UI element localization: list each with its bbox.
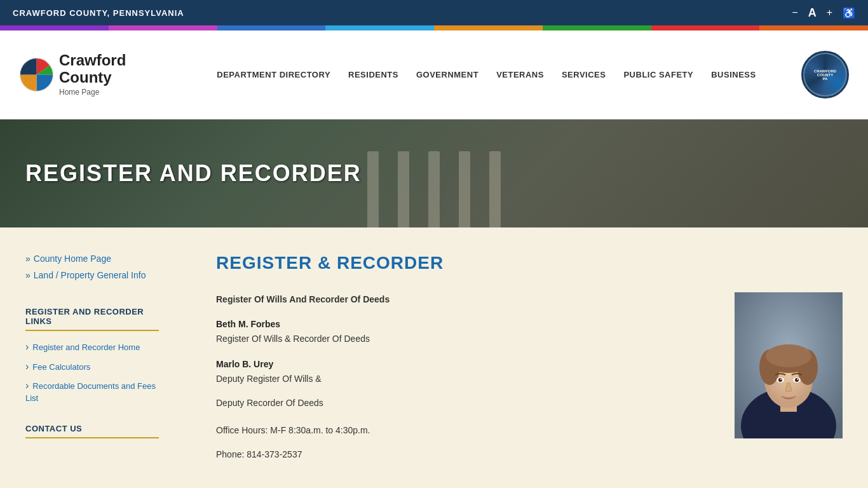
- section-title: REGISTER & RECORDER: [216, 253, 843, 273]
- breadcrumb-land-property[interactable]: Land / Property General Info: [25, 269, 159, 282]
- county-title: CRAWFORD COUNTY, PENNSYLVANIA: [13, 8, 184, 18]
- logo-text: Crawford County Home Page: [59, 52, 126, 97]
- nav-item-government[interactable]: GOVERNMENT: [416, 70, 478, 79]
- person1-title: Register Of Wills & Recorder Of Deeds: [216, 332, 715, 346]
- office-info: Office Hours: M-F 8:30a.m. to 4:30p.m. P…: [216, 423, 715, 462]
- sidebar-links-section: REGISTER AND RECORDER LINKS Register and…: [25, 307, 159, 404]
- logo-subtext: Home Page: [59, 88, 99, 97]
- font-increase-button[interactable]: +: [827, 7, 832, 18]
- contact-us-section: CONTACT US: [25, 424, 159, 438]
- office-hours: Office Hours: M-F 8:30a.m. to 4:30p.m.: [216, 423, 715, 437]
- content-wrapper: County Home Page Land / Property General…: [0, 227, 868, 488]
- font-decrease-button[interactable]: −: [792, 7, 797, 18]
- sidebar-link-recordable[interactable]: Recordable Documents and Fees List: [25, 379, 159, 405]
- nav-item-services[interactable]: SERVICES: [562, 70, 606, 79]
- svg-point-13: [780, 379, 782, 380]
- seal-inner: CRAWFORDCOUNTYPA: [804, 54, 846, 95]
- content-body: Register Of Wills And Recorder Of Deeds …: [216, 292, 843, 471]
- portrait-svg: [735, 292, 843, 438]
- svg-point-16: [797, 379, 798, 380]
- accessibility-icon[interactable]: ♿: [843, 7, 855, 19]
- nav-item-business[interactable]: BUSINESS: [711, 70, 756, 79]
- county-seal: CRAWFORDCOUNTYPA: [801, 51, 849, 98]
- intro-block: Register Of Wills And Recorder Of Deeds: [216, 292, 715, 306]
- main-nav: DEPARTMENT DIRECTORY RESIDENTS GOVERNMEN…: [172, 70, 801, 79]
- intro-text: Register Of Wills And Recorder Of Deeds: [216, 294, 390, 304]
- font-size-icon: A: [808, 6, 817, 20]
- svg-point-15: [795, 378, 799, 382]
- nav-item-public-safety[interactable]: PUBLIC SAFETY: [623, 70, 693, 79]
- sidebar-breadcrumb: County Home Page Land / Property General…: [25, 253, 159, 281]
- person-photo: [735, 292, 843, 438]
- sidebar-links-title: REGISTER AND RECORDER LINKS: [25, 307, 159, 331]
- person2-title1: Deputy Register Of Wills &: [216, 372, 715, 386]
- person2-block: Marlo B. Urey Deputy Register Of Wills &…: [216, 359, 715, 410]
- logo-icon: [19, 57, 54, 92]
- accessibility-controls: − A + ♿: [792, 6, 855, 20]
- nav-item-department[interactable]: DEPARTMENT DIRECTORY: [217, 70, 330, 79]
- top-bar: CRAWFORD COUNTY, PENNSYLVANIA − A + ♿: [0, 0, 868, 25]
- hero-banner: REGISTER AND RECORDER: [0, 119, 868, 227]
- site-header: Crawford County Home Page DEPARTMENT DIR…: [0, 30, 868, 119]
- content-text: Register Of Wills And Recorder Of Deeds …: [216, 292, 715, 471]
- phone: Phone: 814-373-2537: [216, 447, 715, 461]
- color-stripe: [0, 25, 868, 30]
- logo-area[interactable]: Crawford County Home Page: [19, 52, 146, 97]
- nav-item-residents[interactable]: RESIDENTS: [348, 70, 398, 79]
- person2-title2: Deputy Recorder Of Deeds: [216, 396, 715, 410]
- main-content: REGISTER & RECORDER Register Of Wills An…: [178, 227, 868, 488]
- svg-point-10: [766, 344, 811, 367]
- sidebar-link-fee[interactable]: Fee Calculators: [25, 360, 159, 374]
- nav-item-veterans[interactable]: VETERANS: [496, 70, 544, 79]
- person1-name: Beth M. Forbes: [216, 319, 715, 329]
- svg-point-12: [778, 378, 782, 382]
- hero-title: REGISTER AND RECORDER: [25, 160, 362, 187]
- breadcrumb-county-home[interactable]: County Home Page: [25, 253, 159, 266]
- contact-us-title: CONTACT US: [25, 424, 159, 438]
- person1-block: Beth M. Forbes Register Of Wills & Recor…: [216, 319, 715, 346]
- sidebar: County Home Page Land / Property General…: [0, 227, 178, 488]
- sidebar-link-home[interactable]: Register and Recorder Home: [25, 340, 159, 354]
- person2-name: Marlo B. Urey: [216, 359, 715, 369]
